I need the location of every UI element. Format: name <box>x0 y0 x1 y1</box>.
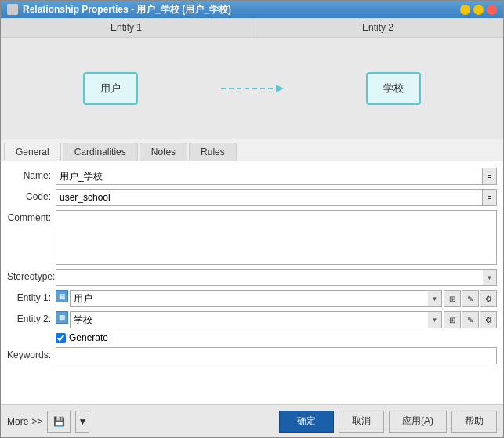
svg-marker-1 <box>276 85 284 92</box>
tab-cardinalities[interactable]: Cardinalities <box>63 143 138 161</box>
apply-button[interactable]: 应用(A) <box>389 411 447 433</box>
entity1-area: 用户 <box>1 72 221 105</box>
name-label: Name: <box>7 168 56 181</box>
tab-notes[interactable]: Notes <box>140 143 187 161</box>
generate-row: Generate <box>56 332 497 343</box>
code-label: Code: <box>7 189 56 202</box>
entity1-action-buttons: ⊞ ✎ ⚙ <box>444 290 497 307</box>
more-label: More <box>7 416 28 427</box>
keywords-row: Keywords: <box>7 347 497 364</box>
code-input-wrapper: = <box>56 189 497 206</box>
diagram-header-row: Entity 1 Entity 2 <box>1 18 503 38</box>
entity1-props-button[interactable]: ⚙ <box>480 290 497 307</box>
entity2-icon: ▦ <box>56 311 68 324</box>
maximize-button[interactable] <box>473 5 484 15</box>
entity1-select-wrapper: 用户 ▼ <box>70 290 442 307</box>
name-row: Name: = <box>7 168 497 185</box>
code-expand-button[interactable]: = <box>483 189 497 206</box>
entity2-copy-button[interactable]: ⊞ <box>444 311 461 328</box>
entity1-select[interactable]: 用户 <box>70 290 442 307</box>
close-button[interactable] <box>487 5 497 15</box>
cancel-button[interactable]: 取消 <box>339 411 384 433</box>
more-button[interactable]: More >> <box>7 416 42 427</box>
entity1-form-label: Entity 1: <box>7 290 56 303</box>
code-row: Code: = <box>7 189 497 206</box>
diagram-content: 用户 学校 <box>1 38 503 139</box>
tab-general[interactable]: General <box>4 143 61 161</box>
main-window: Relationship Properties - 用户_学校 (用户_学校) … <box>0 0 504 438</box>
name-input[interactable] <box>56 168 483 185</box>
arrow-area <box>221 81 284 96</box>
entity2-select-wrapper: 学校 ▼ <box>70 311 442 328</box>
tab-content-general: Name: = Code: = Comment: <box>1 161 503 404</box>
stereotype-select-wrapper: ▼ <box>56 269 497 286</box>
entity1-row: Entity 1: ▦ 用户 ▼ ⊞ ✎ ⚙ <box>7 290 497 307</box>
stereotype-select[interactable] <box>56 269 497 286</box>
entity1-select-row: ▦ 用户 ▼ ⊞ ✎ ⚙ <box>56 290 497 307</box>
name-input-wrapper: = <box>56 168 497 185</box>
entity2-action-buttons: ⊞ ✎ ⚙ <box>444 311 497 328</box>
stereotype-row: Stereotype: ▼ <box>7 269 497 286</box>
stereotype-label: Stereotype: <box>7 269 56 282</box>
ok-button[interactable]: 确定 <box>279 411 334 433</box>
main-content: Name: = Code: = Comment: <box>1 161 503 404</box>
entity1-copy-button[interactable]: ⊞ <box>444 290 461 307</box>
generate-checkbox[interactable] <box>56 333 66 343</box>
save-dropdown-button[interactable]: ▼ <box>75 411 89 433</box>
entity2-row: Entity 2: ▦ 学校 ▼ ⊞ ✎ ⚙ <box>7 311 497 328</box>
entity1-header: Entity 1 <box>1 18 252 37</box>
entity2-form-label: Entity 2: <box>7 311 56 324</box>
entity2-select[interactable]: 学校 <box>70 311 442 328</box>
title-buttons <box>460 5 497 15</box>
title-text: Relationship Properties - 用户_学校 (用户_学校) <box>23 3 231 16</box>
entity1-box: 用户 <box>83 72 138 105</box>
title-bar: Relationship Properties - 用户_学校 (用户_学校) <box>1 1 503 18</box>
relationship-arrow <box>221 81 284 96</box>
entity2-edit-button[interactable]: ✎ <box>462 311 479 328</box>
entity2-select-row: ▦ 学校 ▼ ⊞ ✎ ⚙ <box>56 311 497 328</box>
help-button[interactable]: 帮助 <box>451 411 497 433</box>
save-button[interactable]: 💾 <box>47 411 71 433</box>
minimize-button[interactable] <box>460 5 470 15</box>
tabs: General Cardinalities Notes Rules <box>1 139 503 161</box>
entity2-area: 学校 <box>284 72 504 105</box>
entity1-edit-button[interactable]: ✎ <box>462 290 479 307</box>
keywords-input[interactable] <box>56 347 497 364</box>
comment-label: Comment: <box>7 210 56 223</box>
entity2-header: Entity 2 <box>252 18 503 37</box>
comment-input[interactable] <box>56 210 497 265</box>
entity2-box: 学校 <box>366 72 421 105</box>
bottom-bar: More >> 💾 ▼ 确定 取消 应用(A) 帮助 <box>1 404 503 437</box>
diagram-area: Entity 1 Entity 2 用户 学校 <box>1 18 503 139</box>
entity2-props-button[interactable]: ⚙ <box>480 311 497 328</box>
code-input[interactable] <box>56 189 483 206</box>
generate-label[interactable]: Generate <box>69 332 108 343</box>
keywords-label: Keywords: <box>7 347 56 360</box>
title-bar-left: Relationship Properties - 用户_学校 (用户_学校) <box>7 3 231 16</box>
comment-row: Comment: <box>7 210 497 265</box>
entity1-icon: ▦ <box>56 290 68 302</box>
name-expand-button[interactable]: = <box>483 168 497 185</box>
more-arrow: >> <box>31 416 42 427</box>
tabs-container: General Cardinalities Notes Rules <box>1 139 503 161</box>
tab-rules[interactable]: Rules <box>189 143 237 161</box>
window-icon <box>7 4 18 15</box>
